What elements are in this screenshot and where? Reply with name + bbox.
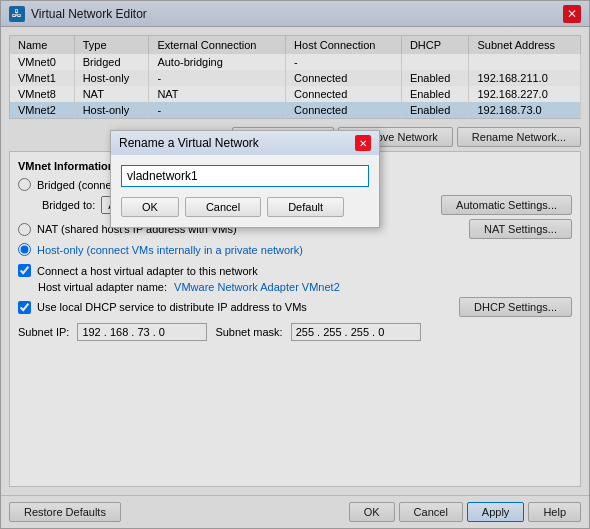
modal-default-button[interactable]: Default — [267, 197, 344, 217]
modal-title-bar: Rename a Virtual Network ✕ — [111, 131, 379, 155]
modal-close-button[interactable]: ✕ — [355, 135, 371, 151]
modal-cancel-button[interactable]: Cancel — [185, 197, 261, 217]
modal-overlay: Rename a Virtual Network ✕ OK Cancel Def… — [0, 0, 590, 529]
modal-ok-button[interactable]: OK — [121, 197, 179, 217]
rename-modal: Rename a Virtual Network ✕ OK Cancel Def… — [110, 130, 380, 228]
modal-content: OK Cancel Default — [111, 155, 379, 227]
modal-title: Rename a Virtual Network — [119, 136, 259, 150]
modal-buttons: OK Cancel Default — [121, 197, 369, 217]
rename-input[interactable] — [121, 165, 369, 187]
